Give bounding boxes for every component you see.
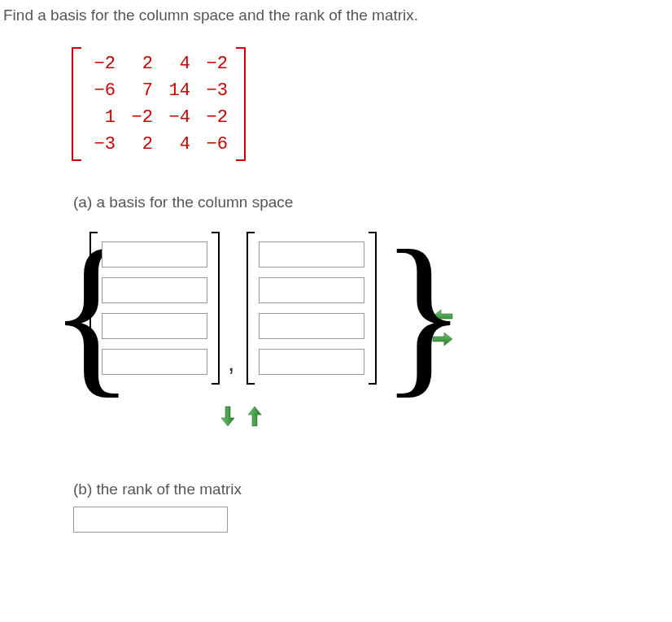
vector2-input-4[interactable]: [259, 349, 364, 375]
vector-left-bracket: [247, 232, 255, 385]
vector-separator: ,: [228, 349, 234, 376]
matrix-cell: 2: [127, 54, 153, 74]
matrix-cell: −3: [202, 80, 228, 101]
vector2-input-3[interactable]: [259, 313, 364, 339]
part-b-label: (b) the rank of the matrix: [73, 481, 672, 498]
matrix-cell: 4: [164, 54, 190, 74]
matrix-cell: 1: [89, 107, 116, 128]
matrix-cell: 4: [164, 134, 190, 154]
part-a-label: (a) a basis for the column space: [73, 194, 672, 211]
matrix-cell: 7: [127, 80, 153, 101]
vector1-input-4[interactable]: [102, 349, 207, 375]
basis-vector-2: [247, 232, 377, 385]
matrix-left-bracket: [72, 47, 81, 161]
arrow-down-icon[interactable]: [219, 405, 237, 428]
matrix-display: −2 2 4 −2 −6 7 14 −3 1 −2 −4 −2 −3 2 4 −…: [81, 47, 236, 161]
vector-right-bracket: [212, 232, 220, 385]
vector1-input-3[interactable]: [102, 313, 207, 339]
basis-vector-1: [89, 232, 220, 385]
matrix-cell: −2: [202, 107, 228, 128]
matrix-content: −2 2 4 −2 −6 7 14 −3 1 −2 −4 −2 −3 2 4 −…: [81, 47, 236, 161]
brace-right: }: [381, 224, 467, 432]
arrow-up-icon[interactable]: [246, 405, 264, 428]
matrix-right-bracket: [236, 47, 246, 161]
vector1-input-1[interactable]: [102, 241, 207, 268]
basis-answer-container: { ,: [89, 224, 377, 432]
vector2-input-2[interactable]: [259, 277, 364, 303]
vector-left-bracket: [89, 232, 98, 385]
vector-right-bracket: [369, 232, 377, 385]
vector1-input-2[interactable]: [102, 277, 207, 303]
vector2-input-1[interactable]: [259, 241, 364, 268]
matrix-cell: −3: [89, 134, 116, 154]
row-control-arrows: [106, 405, 377, 432]
matrix-cell: −6: [89, 80, 116, 101]
matrix-cell: −6: [202, 134, 228, 154]
matrix-cell: −4: [164, 107, 190, 128]
rank-input[interactable]: [73, 507, 228, 533]
matrix-cell: −2: [127, 107, 153, 128]
matrix-cell: 14: [164, 80, 190, 101]
matrix-cell: −2: [89, 54, 116, 74]
question-title: Find a basis for the column space and th…: [0, 0, 672, 31]
matrix-cell: −2: [202, 54, 228, 74]
matrix-cell: 2: [127, 134, 153, 154]
